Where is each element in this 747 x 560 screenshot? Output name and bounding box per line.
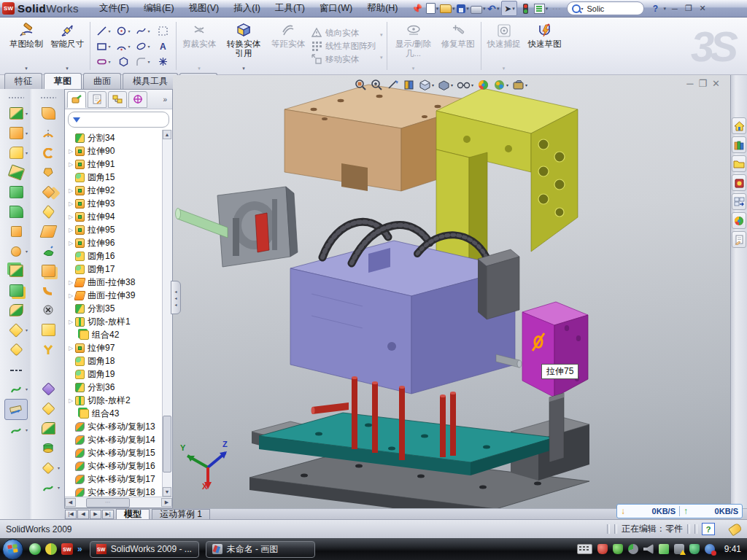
convert-entities-button[interactable]: 转换实体引用 ▾ — [220, 19, 267, 73]
sync-tray-icon[interactable] — [659, 544, 669, 554]
update-check-tray-icon[interactable] — [628, 544, 638, 554]
section-view-icon[interactable] — [386, 78, 400, 92]
polygon-tool[interactable] — [114, 54, 133, 69]
menu-edit[interactable]: 编辑(E) — [136, 2, 182, 15]
linear-pattern-button[interactable]: 线性草图阵列 — [311, 41, 376, 52]
model-tab[interactable]: 模型 — [116, 509, 150, 520]
toolbox-button[interactable] — [732, 174, 746, 191]
scroll-left-button[interactable]: ◀ — [65, 498, 76, 507]
toolbar-icon[interactable]: ▾ — [37, 478, 59, 497]
expand-arrow[interactable]: ▷ — [66, 397, 75, 404]
tree-item[interactable]: 实体-移动/复制15 — [66, 446, 172, 459]
tree-item[interactable]: ▷拉伸95 — [66, 223, 172, 236]
first-tab-button[interactable]: |◀ — [65, 510, 77, 519]
next-tab-button[interactable]: ▶ — [90, 510, 101, 519]
tree-item[interactable]: 实体-移动/复制17 — [66, 472, 172, 486]
line-tool[interactable]: ▾ — [94, 23, 113, 38]
custom-properties-button[interactable] — [732, 231, 746, 248]
scroll-up-button[interactable]: ▲ — [163, 130, 171, 139]
expand-arrow[interactable]: ▷ — [66, 201, 75, 207]
expand-arrow[interactable]: ▷ — [66, 240, 75, 246]
save-button[interactable]: ▾ — [455, 1, 470, 15]
appearance-icon[interactable] — [476, 78, 490, 92]
view-palette-button[interactable] — [732, 193, 746, 210]
toolbar-icon[interactable] — [5, 261, 27, 281]
zoom-area-icon[interactable] — [370, 78, 384, 92]
toolbar-icon[interactable] — [5, 182, 27, 202]
3d-viewport[interactable]: ▾ ▾ ▾ ▾ ▾ ─ ❐ ✕ 拉伸75 Y Z X — [173, 75, 730, 508]
last-tab-button[interactable]: ▶| — [102, 510, 114, 519]
tree-item[interactable]: ▷拉伸93 — [66, 197, 172, 210]
start-button[interactable] — [2, 539, 23, 560]
toolbar-icon[interactable] — [37, 281, 59, 300]
solidworks-resources-button[interactable] — [732, 117, 746, 134]
move-entities-button[interactable]: 移动实体 — [311, 54, 376, 65]
display-style-icon[interactable]: ▾ — [418, 78, 435, 92]
taskbar-button-solidworks[interactable]: SW SolidWorks 2009 - ... — [90, 541, 199, 558]
toolbar-icon[interactable] — [37, 202, 59, 222]
new-file-button[interactable]: ▾ — [425, 1, 439, 15]
options-list-button[interactable]: ▾ — [533, 1, 548, 15]
tree-item[interactable]: ▷拉伸97 — [66, 341, 172, 354]
toolbar-icon[interactable] — [5, 340, 27, 359]
toolbar-icon[interactable]: ▾ — [5, 320, 27, 340]
tree-item[interactable]: 实体-移动/复制16 — [66, 459, 172, 472]
view-orientation-icon[interactable] — [402, 78, 416, 92]
security-shield-tray-icon[interactable] — [613, 544, 623, 554]
select-region-tool[interactable] — [153, 23, 172, 38]
toolbar-icon[interactable] — [37, 241, 59, 261]
blocked-app-tray-icon[interactable] — [705, 544, 715, 554]
measure-tool-button[interactable] — [4, 399, 28, 420]
expand-arrow[interactable]: ▷ — [66, 161, 75, 168]
tree-filter-input[interactable] — [68, 112, 169, 128]
tab-mold-tools[interactable]: 模具工具 — [123, 73, 178, 89]
sketch-text-tool[interactable]: A — [153, 39, 172, 53]
network-warning-tray-icon[interactable] — [674, 544, 684, 554]
tree-item[interactable]: ▷拉伸91 — [66, 158, 172, 171]
arc-tool[interactable]: ▾ — [114, 39, 133, 53]
toolbar-icon[interactable] — [37, 182, 59, 202]
expand-arrow[interactable]: ▷ — [66, 345, 75, 351]
quick-snaps-button[interactable]: 快速捕捉 ▾ — [484, 19, 524, 73]
tree-item[interactable]: ▷切除-放样1 — [66, 315, 172, 328]
tree-item[interactable]: 分割34 — [66, 131, 172, 144]
tree-item[interactable]: 分割36 — [66, 381, 172, 394]
toolbar-icon[interactable] — [37, 320, 59, 340]
menu-help[interactable]: 帮助(H) — [360, 2, 405, 15]
menu-file[interactable]: 文件(F) — [92, 2, 136, 15]
tree-item[interactable]: ▷拉伸94 — [66, 210, 172, 223]
mirror-entities-button[interactable]: 镜向实体 — [311, 28, 376, 39]
scroll-down-button[interactable]: ▼ — [163, 487, 171, 497]
tree-item[interactable]: 圆角15 — [66, 171, 172, 184]
menu-window[interactable]: 窗口(W) — [312, 2, 360, 15]
sketch-button[interactable]: 草图绘制 ▾ — [7, 19, 46, 73]
circle-tool[interactable]: ▾ — [114, 23, 133, 38]
toolbar-icon[interactable] — [37, 419, 59, 438]
pin-icon[interactable]: 📌 — [409, 1, 424, 15]
ellipse-tool[interactable]: ▾ — [133, 39, 152, 53]
toolbar-icon[interactable] — [5, 163, 27, 182]
dimxpert-manager-tab[interactable] — [128, 91, 147, 108]
tree-item[interactable]: ▷切除-放样2 — [66, 394, 172, 407]
motion-study-tab[interactable]: 运动算例 1 — [152, 509, 210, 520]
prev-tab-button[interactable]: ◀ — [77, 510, 89, 519]
offset-entities-button[interactable]: 等距实体 — [268, 19, 308, 73]
rebuild-traffic-light-icon[interactable] — [518, 1, 533, 15]
spline-tool[interactable]: ▾ — [133, 23, 152, 38]
expand-arrow[interactable]: ▷ — [66, 187, 75, 194]
help-button[interactable]: ? — [648, 1, 662, 15]
toolbar-icon[interactable] — [5, 222, 27, 241]
tree-horizontal-scrollbar[interactable]: ◀ ⋯ ▶ — [65, 497, 172, 508]
convert-caret[interactable]: ▾ — [242, 66, 245, 71]
toolbar-icon[interactable] — [37, 163, 59, 182]
view-settings-glasses-icon[interactable]: ▾ — [456, 79, 474, 91]
volume-tray-icon[interactable] — [643, 544, 654, 554]
camera-view-icon[interactable]: ▾ — [511, 79, 528, 91]
display-delete-relations-button[interactable]: 显示/删除几... ▾ — [390, 19, 437, 73]
undo-button[interactable]: ↷▾ — [486, 1, 500, 15]
taskbar-clock[interactable]: 9:41 — [724, 544, 741, 554]
tree-item[interactable]: ▷拉伸90 — [66, 144, 172, 158]
sketch-fillet-tool[interactable]: ▾ — [133, 54, 152, 69]
toolbar-icon[interactable] — [5, 281, 27, 300]
tree-item[interactable]: 圆角18 — [66, 354, 172, 368]
